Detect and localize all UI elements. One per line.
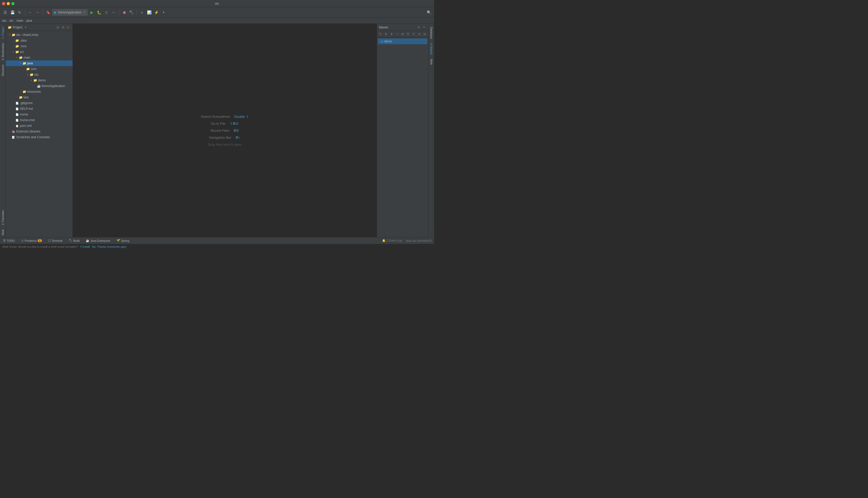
maven-settings-btn[interactable]: ⚙	[417, 25, 421, 30]
tree-item-demo-pkg[interactable]: ▾ 📁 demo	[6, 78, 73, 83]
icon-demo-pkg: 📁	[33, 78, 37, 82]
git-link[interactable]: blog.nkc.net/hello/42	[406, 239, 432, 242]
debug-button[interactable]: 🐛	[96, 9, 102, 15]
tab-structure[interactable]: Structure	[1, 63, 5, 78]
right-tab-maven[interactable]: m Maven	[429, 41, 434, 57]
sync-button[interactable]: ↻	[16, 9, 23, 15]
status-java-enterprise[interactable]: ☕ Java Enterprise	[85, 237, 111, 244]
maven-tree-btn[interactable]: ⊞	[422, 31, 427, 37]
menu-button[interactable]: ☰	[2, 9, 8, 15]
right-tab-database[interactable]: Database	[429, 25, 434, 41]
status-build[interactable]: 🔨 Build	[68, 237, 81, 244]
profiler-button[interactable]: ⚡	[154, 9, 160, 15]
event-log-button[interactable]: 🔔 1 Event Log	[382, 239, 402, 242]
maximize-button[interactable]	[11, 2, 14, 5]
sidebar-collapse-btn[interactable]: ⊟	[55, 25, 60, 30]
minimize-button[interactable]	[7, 2, 10, 5]
maven-lifecycle-btn[interactable]: ↺	[411, 31, 416, 37]
tree-item-pom[interactable]: 📋 pom.xml	[6, 123, 73, 129]
tree-item-com[interactable]: › 📁 com	[6, 66, 73, 72]
spring-icon: 🌱	[117, 239, 120, 242]
profiler-dropdown[interactable]: ▼	[161, 9, 167, 15]
maven-download-btn[interactable]: ⬇	[383, 31, 388, 37]
maven-download-sources-btn[interactable]: ⬇	[389, 31, 394, 37]
run-with-button[interactable]: ⋯	[110, 9, 117, 15]
status-todo[interactable]: ☰ TODO	[2, 237, 16, 244]
add-config-button[interactable]: +	[139, 9, 145, 15]
tree-item-help[interactable]: 📄 HELP.md	[6, 106, 73, 112]
maven-item-label: demo	[384, 40, 392, 43]
sidebar-settings-btn[interactable]: ⚙	[61, 25, 65, 30]
tree-item-stu-pkg[interactable]: ▾ 📁 stu	[6, 72, 73, 78]
back-button[interactable]: ←	[27, 9, 33, 15]
label-external-libs: External Libraries	[16, 130, 40, 133]
hint-goto-file: Go to File ⇧⌘O	[211, 122, 238, 126]
search-everywhere-button[interactable]: 🔍	[426, 9, 432, 15]
file-tree: ▾ 📁 stu ~/hub/Lir/stu › 📁 .idea › 📁 .mvn…	[6, 31, 73, 237]
build-button[interactable]: 🔨	[128, 9, 135, 15]
install-link[interactable]: // Install	[80, 245, 90, 248]
toolbar: ☰ 💾 ↻ ← → 🔖 ▶ DemoApplication ▼ ▶ 🐛 ⊙ ⋯ …	[0, 7, 434, 17]
tree-item-test[interactable]: › 📁 test	[6, 94, 73, 100]
forward-button[interactable]: →	[34, 9, 41, 15]
arrow-com: ›	[22, 67, 26, 71]
maven-run-btn[interactable]: m	[400, 31, 405, 37]
breadcrumb-item-stu[interactable]: stu	[2, 19, 6, 23]
tab-project[interactable]: 1: Project	[1, 25, 5, 41]
breadcrumb-item-java[interactable]: java	[26, 19, 32, 23]
bookmark-button[interactable]: 🔖	[45, 9, 51, 15]
hint-goto-label: Go to File	[211, 122, 225, 126]
stop-button[interactable]: ⏹	[121, 9, 127, 15]
close-button[interactable]	[2, 2, 5, 5]
status-spring[interactable]: 🌱 Spring	[116, 237, 130, 244]
tree-item-mvnw[interactable]: 📄 mvnw	[6, 112, 73, 117]
editor-area[interactable]: Search Everywhere Double ⇧ Go to File ⇧⌘…	[73, 24, 377, 237]
maven-refresh-btn[interactable]: ↻	[378, 31, 383, 37]
icon-mvn: 📁	[15, 44, 19, 48]
breadcrumb-item-src[interactable]: src	[9, 19, 13, 23]
tab-favorites[interactable]: 2: Favorites	[1, 208, 5, 227]
arrow-help	[11, 107, 15, 110]
tree-item-src[interactable]: ▾ 📁 src	[6, 49, 73, 55]
label-demo-pkg: demo	[38, 79, 46, 82]
save-button[interactable]: 💾	[9, 9, 15, 15]
label-resources: resources	[27, 90, 41, 93]
maven-skip-btn[interactable]: ⊘	[417, 31, 422, 37]
arrow-resources: ›	[18, 90, 22, 93]
sidebar-close-btn[interactable]: ✕	[66, 25, 70, 30]
tab-bookmarks[interactable]: 2: Bookmarks	[1, 41, 5, 62]
sidebar-title-label: 📁 Project ▼	[8, 26, 27, 29]
tree-item-main[interactable]: ▾ 📁 main	[6, 55, 73, 61]
status-problems[interactable]: ⚠ Problems 6	[20, 237, 43, 244]
arrow-external-libs: ›	[8, 130, 11, 133]
run-config-selector[interactable]: ▶ DemoApplication ▼	[52, 9, 88, 16]
tree-item-stu-root[interactable]: ▾ 📁 stu ~/hub/Lir/stu	[6, 32, 73, 38]
tree-item-idea[interactable]: › 📁 .idea	[6, 38, 73, 43]
right-tab-web[interactable]: Web	[429, 57, 434, 67]
maven-phases-btn[interactable]: ☰	[406, 31, 410, 37]
run-button[interactable]: ▶	[89, 9, 95, 15]
tree-item-gitignore[interactable]: 📄 .gitignore	[6, 100, 73, 106]
tree-item-demo-app[interactable]: ☕ DemoApplication	[6, 83, 73, 89]
dismiss-link[interactable]: No, Thanks (moments ago)	[92, 245, 126, 248]
coverage-button[interactable]: ⊙	[103, 9, 109, 15]
icon-com: 📁	[26, 67, 30, 71]
maven-item-demo[interactable]: › m demo	[378, 39, 427, 44]
tree-item-mvn[interactable]: › 📁 .mvn	[6, 43, 73, 49]
tree-item-java[interactable]: ▾ 📁 java	[6, 61, 73, 66]
icon-help: 📄	[15, 107, 19, 111]
tree-item-scratches[interactable]: 📝 Scratches and Consoles	[6, 134, 73, 140]
tree-item-resources[interactable]: › 📁 resources	[6, 89, 73, 94]
icon-src: 📁	[15, 50, 19, 54]
tree-item-mvnw-cmd[interactable]: 📄 mvnw.cmd	[6, 117, 73, 123]
tab-web[interactable]: Web	[1, 227, 5, 237]
maven-panel-header: Maven ⚙ ✕	[377, 24, 428, 31]
maven-add-btn[interactable]: +	[394, 31, 399, 37]
coverage2-button[interactable]: 📊	[146, 9, 153, 15]
notification-message: Shell Script: Would you like to install …	[2, 245, 78, 248]
maven-close-btn[interactable]: ✕	[422, 25, 426, 30]
status-terminal[interactable]: ▢ Terminal	[47, 237, 64, 244]
icon-mvnw: 📄	[15, 113, 19, 117]
tree-item-external-libs[interactable]: › 📚 External Libraries	[6, 129, 73, 134]
breadcrumb-item-main[interactable]: main	[16, 19, 23, 23]
